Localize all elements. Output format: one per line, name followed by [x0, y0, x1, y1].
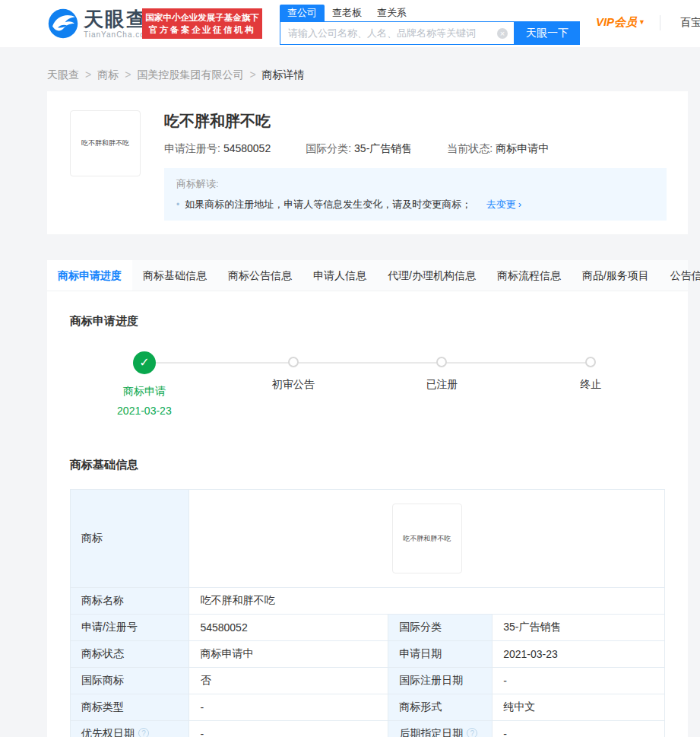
progress-step-2: 已注册 — [368, 351, 517, 417]
breadcrumb-link[interactable]: 天眼查 — [47, 68, 79, 81]
search-tabs: 查公司查老板查关系 — [280, 5, 580, 21]
meta-label: 当前状态: — [447, 142, 493, 154]
breadcrumb-separator: > — [125, 68, 131, 81]
meta-value: 54580052 — [223, 142, 271, 154]
search-input[interactable] — [280, 22, 514, 44]
info-value-cell: 吃不胖和胖不吃 — [189, 588, 665, 615]
site-header: 天眼查 TianYanCha.com 国家中小企业发展子基金旗下 官方备案企业征… — [0, 0, 700, 47]
trademark-head-card: 吃不胖和胖不吃 吃不胖和胖不吃 申请注册号:54580052国际分类:35-广告… — [47, 91, 688, 234]
step-label: 已注册 — [368, 378, 517, 392]
meta-item-2: 当前状态:商标申请中 — [447, 142, 549, 154]
progress-step-3: 终止 — [516, 351, 665, 417]
breadcrumb-link[interactable]: 国美控股集团有限公司 — [137, 68, 243, 81]
vip-member-link[interactable]: VIP会员▼ — [596, 15, 645, 30]
tab-2[interactable]: 商标公告信息 — [217, 260, 302, 291]
info-value-cell: 商标申请中 — [189, 641, 388, 668]
tab-1[interactable]: 商标基础信息 — [132, 260, 217, 291]
breadcrumb-separator: > — [85, 68, 91, 81]
progress-steps: ✓商标申请2021-03-23初审公告已注册终止 — [70, 351, 665, 417]
table-row: 商标类型-商标形式纯中文 — [71, 694, 665, 721]
info-value-cell: 2021-03-23 — [493, 641, 665, 668]
bullet-icon: • — [176, 199, 179, 210]
basic-info-tbody: 商标吃不胖和胖不吃商标名称吃不胖和胖不吃申请/注册号54580052国际分类35… — [71, 490, 665, 737]
breadcrumb-current: 商标详情 — [262, 68, 305, 81]
note-line: •如果商标的注册地址，申请人等信息发生变化，请及时变更商标； 去变更› — [176, 198, 654, 211]
trademark-image: 吃不胖和胖不吃 — [392, 504, 462, 573]
search-input-wrap: × — [280, 21, 515, 45]
trademark-image: 吃不胖和胖不吃 — [70, 110, 141, 176]
site-logo[interactable]: 天眼查 TianYanCha.com — [47, 8, 152, 40]
info-value-cell: 否 — [189, 668, 388, 694]
tab-3[interactable]: 申请人信息 — [302, 260, 377, 291]
info-label-cell: 申请/注册号 — [71, 615, 189, 641]
detail-tabs: 商标申请进度商标基础信息商标公告信息申请人信息代理/办理机构信息商标流程信息商品… — [47, 260, 688, 291]
step-label: 终止 — [516, 378, 665, 392]
tab-4[interactable]: 代理/办理机构信息 — [377, 260, 486, 291]
info-label-cell: 国际注册日期 — [388, 668, 493, 694]
search-row: × 天眼一下 — [280, 21, 580, 45]
step-label: 商标申请 — [70, 385, 219, 399]
progress-section-title: 商标申请进度 — [70, 291, 665, 329]
clear-icon[interactable]: × — [497, 28, 508, 39]
table-row: 商标名称吃不胖和胖不吃 — [71, 588, 665, 615]
basic-info-table: 商标吃不胖和胖不吃商标名称吃不胖和胖不吃申请/注册号54580052国际分类35… — [70, 489, 665, 737]
chevron-right-icon: › — [518, 199, 521, 210]
step-date: 2021-03-23 — [70, 405, 219, 417]
check-circle-icon: ✓ — [133, 351, 156, 374]
info-value-cell: - — [189, 694, 388, 721]
tab-7[interactable]: 公告信息 — [660, 260, 700, 291]
info-value-cell: 纯中文 — [493, 694, 665, 721]
table-row: 国际商标否国际注册日期- — [71, 668, 665, 694]
note-text: 如果商标的注册地址，申请人等信息发生变化，请及时变更商标； — [185, 199, 471, 210]
progress-step-0: ✓商标申请2021-03-23 — [70, 351, 219, 417]
info-value-cell: - — [493, 668, 665, 694]
info-label-cell: 国际商标 — [71, 668, 189, 694]
info-value-cell: - — [493, 721, 665, 737]
header-divider — [660, 15, 660, 30]
info-label-cell: 后期指定日期? — [388, 721, 493, 737]
progress-step-1: 初审公告 — [219, 351, 368, 417]
search-tab-0[interactable]: 查公司 — [280, 5, 325, 21]
tab-0[interactable]: 商标申请进度 — [47, 260, 132, 291]
todo-circle-icon — [436, 357, 447, 367]
todo-circle-icon — [585, 357, 596, 367]
trademark-main: 吃不胖和胖不吃 申请注册号:54580052国际分类:35-广告销售当前状态:商… — [164, 111, 667, 221]
go-change-link[interactable]: 去变更› — [486, 199, 521, 210]
search-tab-2[interactable]: 查关系 — [369, 5, 414, 21]
info-label-cell: 商标名称 — [71, 588, 189, 615]
table-row: 商标状态商标申请中申请日期2021-03-23 — [71, 641, 665, 668]
meta-item-0: 申请注册号:54580052 — [164, 142, 271, 154]
trademark-image-text: 吃不胖和胖不吃 — [81, 138, 129, 148]
info-label-cell: 商标 — [71, 490, 189, 588]
step-label: 初审公告 — [219, 378, 368, 392]
meta-label: 国际分类: — [306, 142, 351, 154]
certification-badge: 国家中小企业发展子基金旗下 官方备案企业征信机构 — [142, 8, 262, 39]
trademark-detail-card: 商标申请进度商标基础信息商标公告信息申请人信息代理/办理机构信息商标流程信息商品… — [47, 260, 688, 737]
badge-line2: 官方备案企业征信机构 — [149, 24, 255, 36]
trademark-meta: 申请注册号:54580052国际分类:35-广告销售当前状态:商标申请中 — [164, 142, 667, 156]
table-row: 申请/注册号54580052国际分类35-广告销售 — [71, 615, 665, 641]
trademark-image-text: 吃不胖和胖不吃 — [403, 534, 451, 544]
breadcrumb-link[interactable]: 商标 — [97, 68, 119, 81]
info-label-cell: 申请日期 — [388, 641, 493, 668]
search-button[interactable]: 天眼一下 — [515, 21, 580, 45]
table-row: 优先权日期?-后期指定日期?- — [71, 721, 665, 737]
search-tab-1[interactable]: 查老板 — [325, 5, 369, 21]
note-title: 商标解读: — [176, 177, 654, 191]
info-label-cell: 商标状态 — [71, 641, 189, 668]
tab-5[interactable]: 商标流程信息 — [486, 260, 572, 291]
tab-6[interactable]: 商品/服务项目 — [572, 260, 660, 291]
meta-item-1: 国际分类:35-广告销售 — [306, 142, 412, 154]
breadcrumb-separator: > — [249, 68, 255, 81]
treasure-box-link[interactable]: 百宝 — [680, 16, 700, 30]
help-icon[interactable]: ? — [138, 728, 149, 737]
tianyancha-logo-icon — [47, 8, 79, 40]
trademark-note-box: 商标解读: •如果商标的注册地址，申请人等信息发生变化，请及时变更商标； 去变更… — [164, 168, 667, 221]
vip-label: VIP会员 — [596, 15, 637, 28]
info-label-cell: 商标类型 — [71, 694, 189, 721]
meta-value: 商标申请中 — [496, 142, 549, 154]
header-search: 查公司查老板查关系 × 天眼一下 — [280, 5, 580, 45]
info-value-cell: 54580052 — [189, 615, 388, 641]
help-icon[interactable]: ? — [467, 728, 477, 737]
progress-wrap: ✓商标申请2021-03-23初审公告已注册终止 — [70, 351, 665, 435]
